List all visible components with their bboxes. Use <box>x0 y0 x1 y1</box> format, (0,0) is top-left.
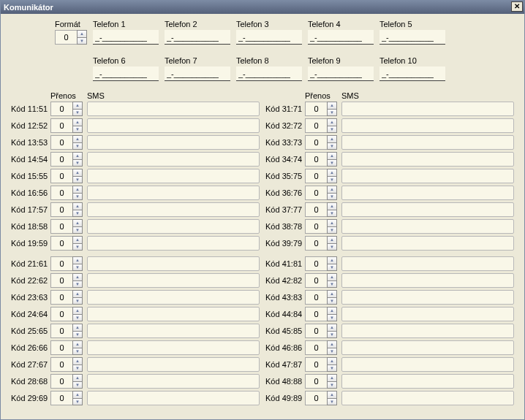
spin-down-icon[interactable]: ▼ <box>327 244 337 251</box>
prenos-input[interactable] <box>50 374 72 389</box>
prenos-input[interactable] <box>50 340 72 355</box>
sms-input[interactable] <box>87 219 260 234</box>
prenos-input[interactable] <box>305 340 327 355</box>
spin-down-icon[interactable]: ▼ <box>327 126 337 134</box>
sms-input[interactable] <box>87 135 260 150</box>
prenos-spinner[interactable]: ▲▼ <box>305 169 337 183</box>
prenos-input[interactable] <box>305 135 327 150</box>
phone-input[interactable] <box>379 66 445 81</box>
spin-up-icon[interactable]: ▲ <box>327 102 337 110</box>
prenos-spinner[interactable]: ▲▼ <box>50 202 83 217</box>
prenos-input[interactable] <box>305 357 327 372</box>
spin-up-icon[interactable]: ▲ <box>327 256 337 264</box>
spin-up-icon[interactable]: ▲ <box>72 256 83 264</box>
prenos-spinner[interactable]: ▲▼ <box>50 391 83 405</box>
spin-down-icon[interactable]: ▼ <box>327 332 337 339</box>
prenos-spinner[interactable]: ▲▼ <box>305 307 337 321</box>
spin-up-icon[interactable]: ▲ <box>72 236 83 244</box>
prenos-spinner[interactable]: ▲▼ <box>50 324 83 338</box>
prenos-spinner[interactable]: ▲▼ <box>50 152 83 167</box>
sms-input[interactable] <box>341 169 514 183</box>
spin-down-icon[interactable]: ▼ <box>72 126 83 134</box>
spin-up-icon[interactable]: ▲ <box>327 273 337 281</box>
prenos-input[interactable] <box>305 236 327 251</box>
spin-down-icon[interactable]: ▼ <box>327 399 337 406</box>
sms-input[interactable] <box>341 374 514 389</box>
sms-input[interactable] <box>341 324 514 338</box>
spin-down-icon[interactable]: ▼ <box>327 365 337 373</box>
spin-down-icon[interactable]: ▼ <box>327 160 337 167</box>
spin-down-icon[interactable]: ▼ <box>72 281 83 289</box>
prenos-input[interactable] <box>50 324 72 338</box>
spin-down-icon[interactable]: ▼ <box>72 332 83 339</box>
sms-input[interactable] <box>87 152 260 167</box>
prenos-input[interactable] <box>50 256 72 271</box>
sms-input[interactable] <box>341 102 514 116</box>
prenos-input[interactable] <box>305 391 327 405</box>
sms-input[interactable] <box>87 307 260 321</box>
prenos-spinner[interactable]: ▲▼ <box>305 340 337 355</box>
prenos-spinner[interactable]: ▲▼ <box>50 236 83 251</box>
spin-up-icon[interactable]: ▲ <box>327 324 337 332</box>
prenos-input[interactable] <box>50 357 72 372</box>
sms-input[interactable] <box>341 152 514 167</box>
prenos-spinner[interactable]: ▲▼ <box>50 118 83 133</box>
prenos-spinner[interactable]: ▲▼ <box>305 256 337 271</box>
sms-input[interactable] <box>341 135 514 150</box>
sms-input[interactable] <box>341 391 514 405</box>
sms-input[interactable] <box>341 186 514 200</box>
spin-up-icon[interactable]: ▲ <box>72 169 83 177</box>
spin-up-icon[interactable]: ▲ <box>72 152 83 160</box>
phone-input[interactable] <box>93 66 159 81</box>
phone-input[interactable] <box>236 30 302 45</box>
sms-input[interactable] <box>87 202 260 217</box>
prenos-spinner[interactable]: ▲▼ <box>50 357 83 372</box>
prenos-spinner[interactable]: ▲▼ <box>305 152 337 167</box>
prenos-input[interactable] <box>50 118 72 133</box>
prenos-spinner[interactable]: ▲▼ <box>305 324 337 338</box>
sms-input[interactable] <box>87 186 260 200</box>
spin-down-icon[interactable]: ▼ <box>72 244 83 251</box>
phone-input[interactable] <box>236 66 302 81</box>
spin-up-icon[interactable]: ▲ <box>327 186 337 194</box>
spin-down-icon[interactable]: ▼ <box>72 194 83 201</box>
spin-down-icon[interactable]: ▼ <box>72 227 83 234</box>
spin-up-icon[interactable]: ▲ <box>72 102 83 110</box>
spin-down-icon[interactable]: ▼ <box>72 210 83 218</box>
prenos-input[interactable] <box>305 374 327 389</box>
spin-up-icon[interactable]: ▲ <box>327 219 337 227</box>
spin-up-icon[interactable]: ▲ <box>72 357 83 365</box>
spin-up-icon[interactable]: ▲ <box>72 290 83 298</box>
spin-up-icon[interactable]: ▲ <box>327 340 337 348</box>
prenos-input[interactable] <box>50 219 72 234</box>
prenos-spinner[interactable]: ▲▼ <box>305 186 337 200</box>
spin-down-icon[interactable]: ▼ <box>327 298 337 305</box>
prenos-spinner[interactable]: ▲▼ <box>50 256 83 271</box>
spin-up-icon[interactable]: ▲ <box>327 357 337 365</box>
prenos-spinner[interactable]: ▲▼ <box>305 219 337 234</box>
prenos-input[interactable] <box>50 290 72 305</box>
close-button[interactable]: ✕ <box>511 1 523 12</box>
spin-down-icon[interactable]: ▼ <box>77 38 87 45</box>
prenos-input[interactable] <box>50 152 72 167</box>
prenos-input[interactable] <box>50 391 72 405</box>
sms-input[interactable] <box>87 102 260 116</box>
spin-down-icon[interactable]: ▼ <box>327 177 337 184</box>
prenos-input[interactable] <box>305 102 327 116</box>
spin-up-icon[interactable]: ▲ <box>327 290 337 298</box>
format-input[interactable] <box>55 30 77 45</box>
prenos-spinner[interactable]: ▲▼ <box>50 273 83 288</box>
prenos-input[interactable] <box>50 202 72 217</box>
prenos-spinner[interactable]: ▲▼ <box>50 307 83 321</box>
spin-up-icon[interactable]: ▲ <box>72 340 83 348</box>
spin-down-icon[interactable]: ▼ <box>72 365 83 373</box>
prenos-input[interactable] <box>305 307 327 321</box>
spin-up-icon[interactable]: ▲ <box>72 391 83 399</box>
prenos-input[interactable] <box>305 202 327 217</box>
prenos-spinner[interactable]: ▲▼ <box>305 357 337 372</box>
prenos-spinner[interactable]: ▲▼ <box>305 273 337 288</box>
sms-input[interactable] <box>341 340 514 355</box>
prenos-input[interactable] <box>50 135 72 150</box>
sms-input[interactable] <box>87 236 260 251</box>
prenos-spinner[interactable]: ▲▼ <box>305 135 337 150</box>
